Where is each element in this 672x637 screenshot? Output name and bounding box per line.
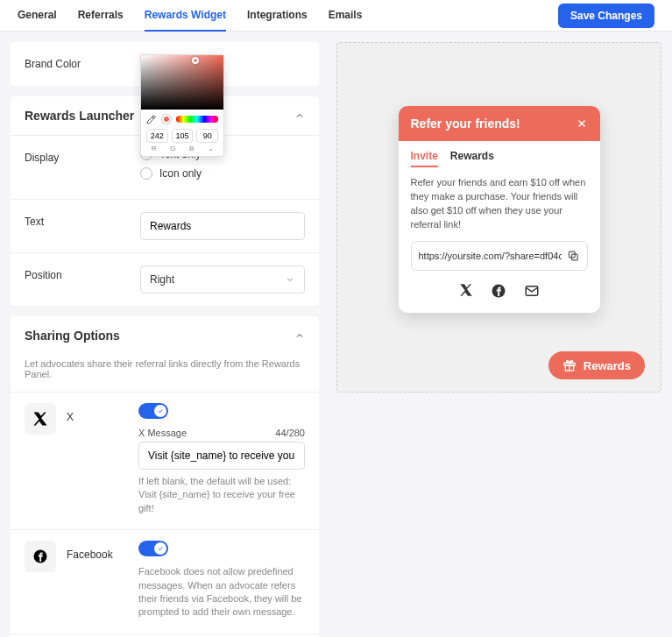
text-label: Text: [25, 212, 130, 228]
hue-preview-dot: [162, 115, 171, 124]
display-label: Display: [25, 148, 130, 164]
rgb-b-input[interactable]: [196, 129, 218, 143]
facebook-name: Facebook: [67, 541, 128, 619]
position-value: Right: [150, 273, 174, 286]
sharing-note: Let advocates share their referral links…: [11, 355, 319, 392]
share-x-icon[interactable]: [459, 283, 473, 297]
x-message-input[interactable]: [138, 442, 305, 470]
position-label: Position: [25, 265, 130, 281]
widget-url-box: https://yoursite.com/?share=df04c90: [411, 241, 588, 271]
launcher-label: Rewards: [584, 359, 631, 372]
x-toggle[interactable]: [138, 403, 168, 419]
x-helper: If left blank, the default will be used:…: [138, 475, 305, 515]
chevron-up-icon: [294, 330, 305, 341]
widget-tab-invite[interactable]: Invite: [411, 150, 438, 167]
tab-list: General Referrals Rewards Widget Integra…: [18, 0, 362, 32]
tab-rewards-widget[interactable]: Rewards Widget: [145, 0, 226, 32]
facebook-toggle[interactable]: [138, 541, 168, 556]
facebook-icon-box: [25, 541, 56, 572]
x-message-count: 44/280: [275, 428, 305, 438]
x-icon-box: [25, 403, 56, 435]
gift-icon: [562, 358, 577, 372]
widget-url-text: https://yoursite.com/?share=df04c90: [419, 251, 562, 261]
top-bar: General Referrals Rewards Widget Integra…: [0, 0, 672, 32]
facebook-helper: Facebook does not allow predefined messa…: [138, 565, 305, 619]
radio-icon: [140, 167, 152, 180]
position-select[interactable]: Right: [140, 265, 305, 294]
eyedropper-icon[interactable]: [146, 114, 157, 124]
display-option-label: Icon only: [159, 167, 202, 180]
x-name: X: [67, 403, 128, 515]
color-gradient[interactable]: [141, 55, 223, 110]
sharing-options-title: Sharing Options: [25, 329, 120, 343]
close-icon[interactable]: [576, 117, 588, 130]
rgb-r-label: R: [146, 145, 162, 152]
rgb-g-label: G: [166, 145, 181, 152]
widget-card: Refer your friends! Invite Rewards Refer…: [399, 106, 600, 313]
launcher-button[interactable]: Rewards: [548, 351, 645, 379]
chevron-down-icon: [285, 274, 295, 285]
display-icon-only-option[interactable]: Icon only: [140, 167, 305, 180]
tab-integrations[interactable]: Integrations: [247, 0, 308, 32]
widget-header-title: Refer your friends!: [411, 117, 520, 131]
rgb-r-input[interactable]: [146, 129, 168, 143]
tab-emails[interactable]: Emails: [329, 0, 363, 32]
preview-panel: Refer your friends! Invite Rewards Refer…: [336, 42, 661, 393]
chevron-up-icon: [294, 110, 305, 121]
facebook-icon: [32, 549, 48, 564]
rgb-mode-toggle[interactable]: ⌄: [203, 145, 219, 152]
launcher-text-input[interactable]: [140, 212, 305, 240]
sharing-options-header[interactable]: Sharing Options: [11, 316, 319, 355]
brand-color-label: Brand Color: [25, 54, 130, 70]
rgb-b-label: B: [184, 145, 200, 152]
tab-general[interactable]: General: [18, 0, 57, 32]
rgb-g-input[interactable]: [172, 129, 194, 143]
copy-icon[interactable]: [567, 249, 580, 263]
hue-slider[interactable]: [176, 116, 218, 123]
x-message-label: X Message: [138, 428, 187, 438]
tab-referrals[interactable]: Referrals: [78, 0, 124, 32]
check-icon: [157, 545, 164, 552]
x-icon: [32, 411, 48, 427]
save-button[interactable]: Save Changes: [558, 4, 654, 28]
rewards-launcher-title: Rewards Launcher: [25, 109, 134, 123]
widget-tab-rewards[interactable]: Rewards: [450, 150, 494, 167]
color-picker[interactable]: R G B ⌄: [140, 54, 224, 157]
share-facebook-icon[interactable]: [491, 283, 506, 299]
widget-description: Refer your friends and earn $10 off when…: [411, 176, 588, 232]
check-icon: [157, 407, 164, 414]
share-email-icon[interactable]: [524, 283, 540, 299]
